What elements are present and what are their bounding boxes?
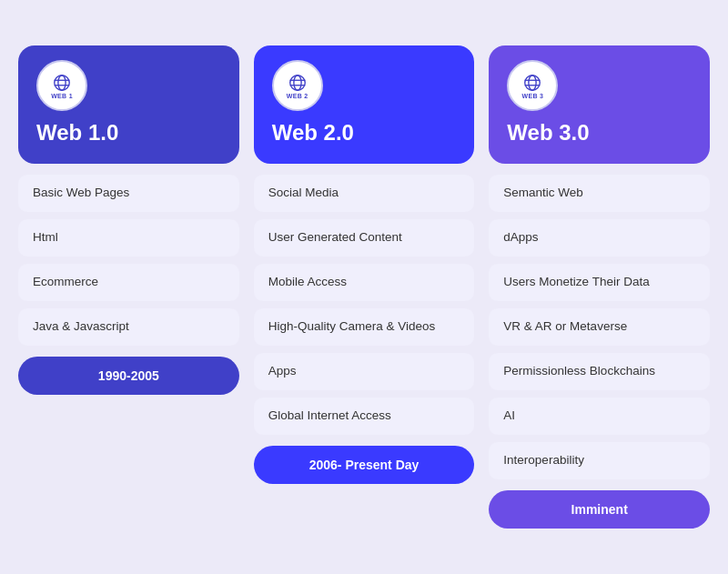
list-item: Basic Web Pages [18, 175, 239, 212]
list-item: Ecommerce [18, 264, 239, 301]
badge-label: WEB 1 [51, 93, 73, 99]
list-item: Users Monetize Their Data [489, 264, 710, 301]
list-item: Interoperability [489, 442, 710, 479]
list-item: Mobile Access [254, 264, 475, 301]
title-web2: Web 2.0 [272, 120, 354, 146]
list-item: Permissionless Blockchains [489, 353, 710, 390]
globe-icon [52, 73, 72, 93]
list-item: Html [18, 219, 239, 257]
list-item: Social Media [254, 175, 475, 212]
svg-point-8 [525, 76, 541, 91]
column-web1: WEB 1Web 1.0Basic Web PagesHtmlEcommerce… [18, 45, 239, 528]
period-web3: Imminent [489, 490, 710, 529]
badge-web3: WEB 3 [507, 60, 558, 111]
svg-point-4 [289, 76, 305, 91]
period-web2: 2006- Present Day [254, 446, 475, 484]
badge-web1: WEB 1 [36, 60, 87, 111]
svg-point-0 [55, 76, 70, 91]
title-web3: Web 3.0 [507, 120, 589, 146]
list-item: User Generated Content [254, 219, 475, 257]
svg-point-9 [529, 76, 536, 91]
list-item: Apps [254, 353, 475, 390]
svg-point-1 [58, 76, 66, 91]
badge-web2: WEB 2 [272, 60, 323, 111]
list-item: AI [489, 398, 710, 435]
globe-icon [288, 73, 308, 93]
svg-point-5 [294, 76, 301, 91]
header-web1: WEB 1Web 1.0 [18, 45, 239, 164]
column-web2: WEB 2Web 2.0Social MediaUser Generated C… [254, 45, 475, 528]
list-item: Global Internet Access [254, 398, 475, 435]
period-web1: 1990-2005 [18, 357, 239, 395]
list-item: Semantic Web [489, 175, 710, 212]
list-item: dApps [489, 219, 710, 257]
title-web1: Web 1.0 [36, 120, 118, 146]
badge-label: WEB 3 [522, 93, 544, 99]
main-container: WEB 1Web 1.0Basic Web PagesHtmlEcommerce… [18, 45, 710, 528]
badge-label: WEB 2 [287, 93, 308, 99]
list-item: High-Quality Camera & Videos [254, 308, 475, 346]
header-web2: WEB 2Web 2.0 [254, 45, 475, 164]
list-item: Java & Javascript [18, 308, 239, 346]
column-web3: WEB 3Web 3.0Semantic WebdAppsUsers Monet… [489, 45, 710, 528]
globe-icon [522, 73, 542, 93]
header-web3: WEB 3Web 3.0 [489, 45, 710, 164]
list-item: VR & AR or Metaverse [489, 308, 710, 346]
